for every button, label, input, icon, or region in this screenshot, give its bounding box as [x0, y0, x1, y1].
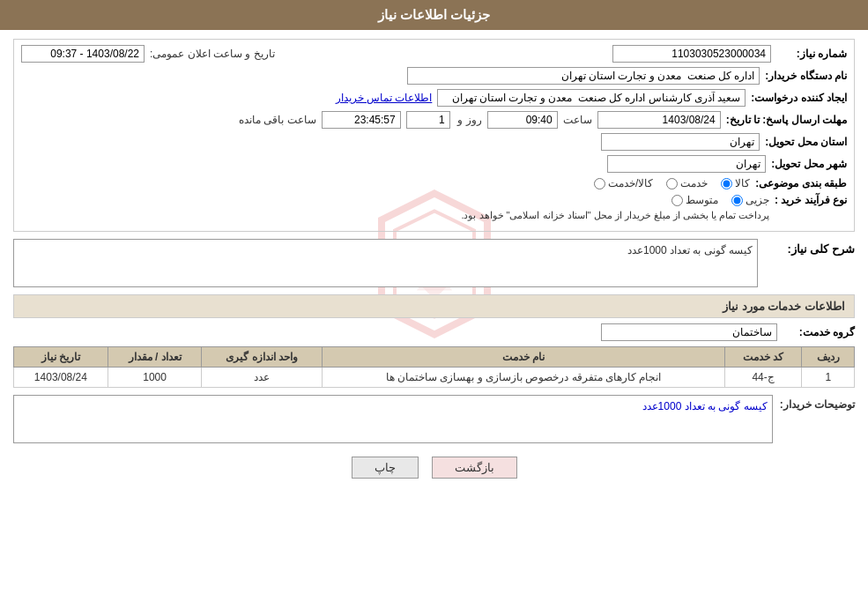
time-label: ساعت — [563, 114, 592, 126]
creator-label: ایجاد کننده درخواست: — [751, 92, 847, 104]
announcement-label: تاریخ و ساعت اعلان عمومی: — [150, 48, 275, 60]
col-unit: واحد اندازه گیری — [202, 347, 323, 368]
service-group-label: گروه خدمت: — [784, 326, 855, 338]
deadline-remaining-input — [322, 111, 401, 129]
col-date: تاریخ نیاز — [14, 347, 108, 368]
table-row: 1ج-44انجام کارهای متفرقه درخصوص بازسازی … — [14, 368, 855, 388]
col-row: ردیف — [802, 347, 855, 368]
buyer-org-label: نام دستگاه خریدار: — [765, 70, 847, 82]
need-number-label: شماره نیاز: — [776, 48, 847, 60]
creator-input — [437, 89, 746, 107]
col-count: تعداد / مقدار — [108, 347, 202, 368]
buyer-org-input — [407, 67, 760, 85]
category-radio-group: کالا خدمت کالا/خدمت — [594, 177, 750, 189]
announcement-date-input — [21, 45, 145, 63]
page-title: جزئیات اطلاعات نیاز — [378, 7, 490, 22]
province-label: استان محل تحویل: — [765, 136, 847, 148]
deadline-time-input — [487, 111, 558, 129]
table-cell-name: انجام کارهای متفرقه درخصوص بازسازی و بهس… — [323, 368, 725, 388]
action-buttons: بازگشت چاپ — [13, 457, 855, 479]
kala-khadamat-label: کالا/خدمت — [608, 177, 653, 189]
category-label: طبقه بندی موضوعی: — [755, 177, 847, 189]
page-header: جزئیات اطلاعات نیاز — [0, 0, 868, 30]
jozii-radio[interactable] — [731, 195, 743, 206]
services-section-title: اطلاعات خدمات مورد نیاز — [13, 294, 855, 318]
purchase-type-label: نوع فرآیند خرید : — [775, 194, 847, 206]
jozii-label: جزیی — [746, 194, 769, 206]
print-button[interactable]: چاپ — [352, 457, 419, 479]
city-label: شهر محل تحویل: — [771, 158, 847, 170]
need-desc-box: کیسه گونی به تعداد 1000عدد — [13, 239, 758, 287]
kala-khadamat-radio[interactable] — [594, 178, 605, 189]
radio-khadamat[interactable]: خدمت — [666, 177, 708, 189]
days-label: روز و — [456, 114, 482, 126]
radio-jozii[interactable]: جزیی — [731, 194, 769, 206]
deadline-label: مهلت ارسال پاسخ: تا تاریخ: — [726, 114, 847, 126]
radio-motovasset[interactable]: متوسط — [671, 194, 718, 206]
province-input — [601, 133, 760, 151]
khadamat-label: خدمت — [680, 177, 708, 189]
purchase-type-note: پرداخت تمام یا بخشی از مبلغ خریدار از مح… — [461, 210, 769, 221]
service-group-input — [601, 323, 777, 341]
khadamat-radio[interactable] — [666, 178, 678, 189]
need-desc-label: شرح کلی نیاز: — [767, 239, 855, 256]
buyer-desc-label: توضیحات خریدار: — [780, 395, 855, 411]
deadline-days-input — [406, 111, 450, 129]
col-name: نام خدمت — [323, 347, 725, 368]
kala-label: کالا — [735, 177, 750, 189]
col-code: کد خدمت — [724, 347, 802, 368]
kala-radio[interactable] — [721, 178, 732, 189]
city-input — [607, 155, 766, 173]
remaining-label: ساعت باقی مانده — [239, 114, 316, 126]
table-cell-date: 1403/08/24 — [14, 368, 108, 388]
deadline-date-input — [597, 111, 721, 129]
table-cell-unit: عدد — [202, 368, 323, 388]
need-number-input — [612, 45, 771, 63]
radio-kala[interactable]: کالا — [721, 177, 750, 189]
need-desc-value: کیسه گونی به تعداد 1000عدد — [627, 244, 753, 256]
radio-kala-khadamat[interactable]: کالا/خدمت — [594, 177, 653, 189]
purchase-type-radio-group: جزیی متوسط — [461, 194, 769, 206]
buyer-desc-box: کیسه گونی به تعداد 1000عدد — [13, 395, 773, 443]
contact-link[interactable]: اطلاعات تماس خریدار — [336, 92, 433, 104]
buyer-desc-value: کیسه گونی به تعداد 1000عدد — [642, 400, 768, 412]
table-cell-count: 1000 — [108, 368, 202, 388]
table-cell-code: ج-44 — [724, 368, 802, 388]
back-button[interactable]: بازگشت — [432, 457, 517, 479]
motovasset-radio[interactable] — [671, 195, 683, 206]
services-table: ردیف کد خدمت نام خدمت واحد اندازه گیری ت… — [13, 346, 855, 388]
motovasset-label: متوسط — [686, 194, 718, 206]
table-cell-row: 1 — [802, 368, 855, 388]
